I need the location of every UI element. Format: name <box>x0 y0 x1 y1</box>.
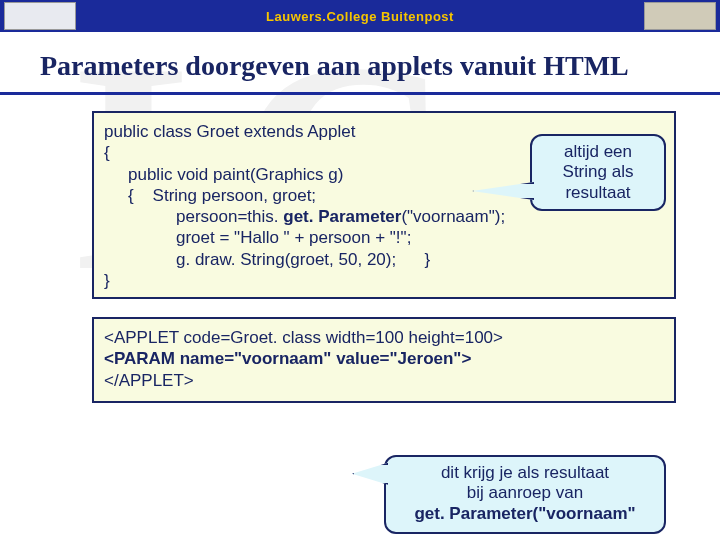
code-line: groet = "Hallo " + persoon + "!"; <box>104 227 664 248</box>
code-line: { <box>104 143 110 162</box>
school-photo-right <box>644 2 716 30</box>
callout-line: bij aanroep van <box>467 483 583 502</box>
code-line: <PARAM name="voornaam" value="Jeroen"> <box>104 349 471 368</box>
callout-string-result: altijd een String als resultaat <box>530 134 666 211</box>
code-frag: { <box>128 186 134 205</box>
code-line: } <box>104 271 110 290</box>
html-code-box: <APPLET code=Groet. class width=100 heig… <box>92 317 676 403</box>
code-keyword: get. Parameter <box>283 207 401 226</box>
code-frag: ("voornaam"); <box>401 207 505 226</box>
callout-line: get. Parameter("voornaam" <box>414 504 635 523</box>
code-frag: } <box>425 250 431 269</box>
code-frag: persoon=this. <box>176 207 283 226</box>
slide-heading: Parameters doorgeven aan applets vanuit … <box>0 32 720 92</box>
callout-line: String als <box>563 162 634 181</box>
code-line: <APPLET code=Groet. class width=100 heig… <box>104 328 503 347</box>
code-frag: String persoon, groet; <box>153 186 316 205</box>
school-logo-left <box>4 2 76 30</box>
code-line: g. draw. String(groet, 50, 20); } <box>104 249 664 270</box>
callout-getparameter-result: dit krijg je als resultaat bij aanroep v… <box>384 455 666 534</box>
slide: Lauwers.College Buitenpost LC Parameters… <box>0 0 720 540</box>
callout-line: altijd een <box>564 142 632 161</box>
code-line: public class Groet extends Applet <box>104 122 355 141</box>
callout-line: dit krijg je als resultaat <box>441 463 609 482</box>
code-frag: g. draw. String(groet, 50, 20); <box>176 250 396 269</box>
heading-underline <box>0 92 720 95</box>
code-line: </APPLET> <box>104 371 194 390</box>
callout-line: resultaat <box>565 183 630 202</box>
